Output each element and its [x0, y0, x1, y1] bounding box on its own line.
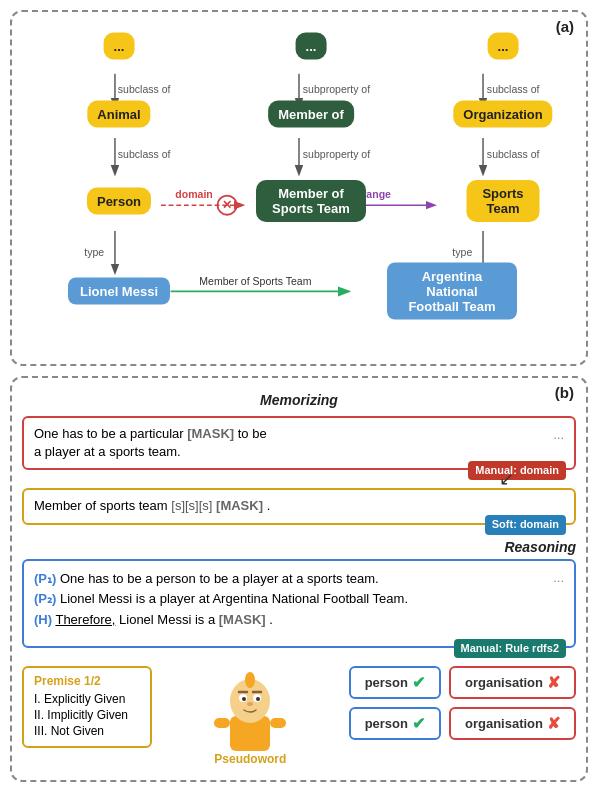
node-argentina: Argentina NationalFootball Team — [387, 263, 517, 320]
character-area: Pseudoword — [162, 666, 339, 766]
ellipsis-1: ... — [553, 426, 564, 444]
svg-rect-34 — [214, 718, 230, 728]
panel-a: (a) subclass of subclass of subproperty … — [10, 10, 588, 366]
memorizing-label: Memorizing — [22, 392, 576, 408]
text-box-1-content: One has to be a particular [MASK] to bea… — [34, 426, 267, 459]
node-animal: Animal — [87, 101, 150, 128]
pseudoword-area: Pseudoword — [210, 666, 290, 766]
check-icon-2: ✔ — [412, 714, 425, 733]
premise-item-2: II. Implicitly Given — [34, 708, 140, 722]
bottom-section: Premise 1/2 I. Explicitly Given II. Impl… — [22, 666, 576, 766]
cross-icon-1: ✘ — [547, 673, 560, 692]
answer-box-person-1: person ✔ — [349, 666, 441, 699]
answer-row-2: person ✔ organisation ✘ — [349, 707, 576, 740]
svg-point-33 — [247, 702, 253, 706]
panel-b-label: (b) — [555, 384, 574, 401]
text-box-reasoning: (P₁) One has to be a person to be a play… — [22, 559, 576, 649]
node-messi: Lionel Messi — [68, 278, 170, 305]
reasoning-h: (H) Therefore, Lionel Messi is a [MASK] … — [34, 610, 564, 630]
reasoning-label: Reasoning — [22, 539, 576, 555]
text-box-memorizing-1: One has to be a particular [MASK] to bea… — [22, 416, 576, 470]
svg-point-30 — [256, 697, 260, 701]
node-sports-team: Sports Team — [467, 180, 540, 222]
text-box-2-content: Member of sports team [s][s][s] [MASK] . — [34, 498, 270, 513]
panel-b: (b) Memorizing One has to be a particula… — [10, 376, 588, 782]
node-ellipsis-left: ... — [104, 33, 135, 60]
node-ellipsis-right: ... — [488, 33, 519, 60]
node-member-of: Member of — [268, 101, 354, 128]
premise-item-3: III. Not Given — [34, 724, 140, 738]
svg-text:Member of Sports Team: Member of Sports Team — [199, 275, 311, 287]
svg-text:range: range — [362, 188, 391, 200]
premise-box: Premise 1/2 I. Explicitly Given II. Impl… — [22, 666, 152, 748]
svg-text:subclass of: subclass of — [487, 83, 540, 95]
answer-row-1: person ✔ organisation ✘ — [349, 666, 576, 699]
check-icon-1: ✔ — [412, 673, 425, 692]
reasoning-p2: (P₂) Lionel Messi is a player at Argenti… — [34, 589, 564, 609]
svg-text:subproperty of: subproperty of — [303, 148, 370, 160]
svg-rect-35 — [270, 718, 286, 728]
svg-text:domain: domain — [175, 188, 212, 200]
graph-area: subclass of subclass of subproperty of s… — [22, 26, 576, 346]
svg-text:type: type — [452, 246, 472, 258]
answer-grid: person ✔ organisation ✘ person ✔ organis… — [349, 666, 576, 740]
node-ellipsis-center: ... — [296, 33, 327, 60]
svg-point-26 — [245, 672, 255, 688]
svg-text:subclass of: subclass of — [487, 148, 540, 160]
node-organization: Organization — [453, 101, 552, 128]
svg-point-14 — [218, 196, 237, 215]
svg-text:type: type — [84, 246, 104, 258]
svg-text:subclass of: subclass of — [118, 148, 171, 160]
svg-text:✕: ✕ — [222, 199, 232, 211]
badge-soft-domain: Soft: domain — [485, 515, 566, 534]
bert-character — [210, 666, 290, 756]
svg-text:subproperty of: subproperty of — [303, 83, 370, 95]
premise-item-1: I. Explicitly Given — [34, 692, 140, 706]
badge-manual-rule: Manual: Rule rdfs2 — [454, 639, 566, 658]
svg-text:subclass of: subclass of — [118, 83, 171, 95]
badge-manual-domain: Manual: domain — [468, 461, 566, 480]
cross-icon-2: ✘ — [547, 714, 560, 733]
node-member-sports-team: Member ofSports Team — [256, 180, 366, 222]
premise-title: Premise 1/2 — [34, 674, 140, 688]
reasoning-p1: (P₁) One has to be a person to be a play… — [34, 569, 564, 589]
svg-point-29 — [242, 697, 246, 701]
answer-box-organisation-1: organisation ✘ — [449, 666, 576, 699]
answer-box-organisation-2: organisation ✘ — [449, 707, 576, 740]
ellipsis-2: ... — [553, 569, 564, 587]
pseudoword-label: Pseudoword — [214, 752, 286, 766]
answer-box-person-2: person ✔ — [349, 707, 441, 740]
text-box-memorizing-2: Member of sports team [s][s][s] [MASK] .… — [22, 488, 576, 524]
node-person: Person — [87, 188, 151, 215]
premise-list: I. Explicitly Given II. Implicitly Given… — [34, 692, 140, 738]
